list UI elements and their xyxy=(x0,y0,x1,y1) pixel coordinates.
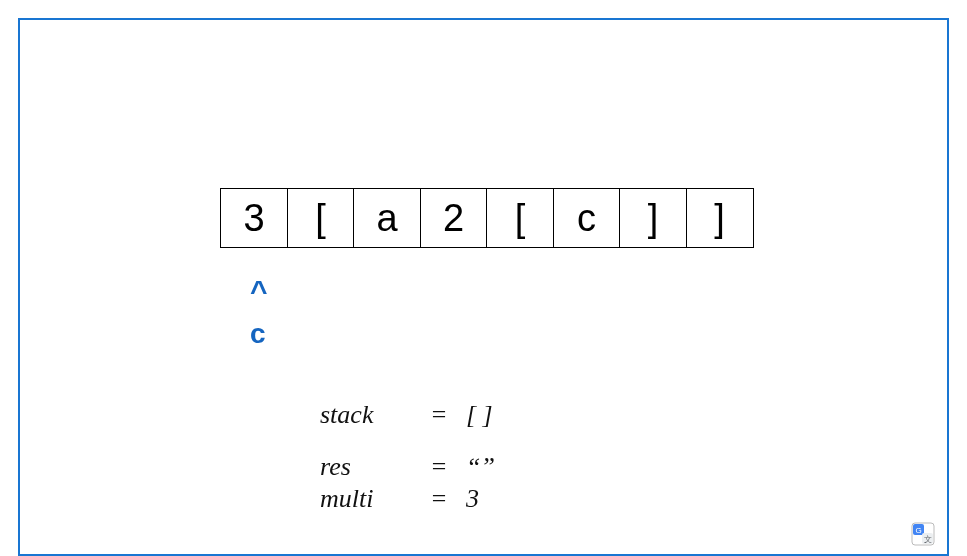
var-val-stack: [ ] xyxy=(466,400,493,430)
variables-block: stack = [ ] res = “” multi = 3 xyxy=(320,400,495,518)
var-val-multi: 3 xyxy=(466,484,479,514)
var-name-stack: stack xyxy=(320,400,430,430)
svg-text:G: G xyxy=(915,526,921,535)
cell-2: a xyxy=(353,188,421,248)
diagram-content: 3 [ a 2 [ c ] ] ^ c stack = [ ] res = “”… xyxy=(20,20,947,554)
var-row-res: res = “” xyxy=(320,452,495,482)
cell-4: [ xyxy=(486,188,554,248)
input-cells: 3 [ a 2 [ c ] ] xyxy=(220,188,754,248)
cell-5: c xyxy=(553,188,621,248)
var-name-multi: multi xyxy=(320,484,430,514)
cell-1: [ xyxy=(287,188,355,248)
var-val-res: “” xyxy=(466,452,495,482)
pointer-caret: ^ xyxy=(250,274,268,308)
diagram-frame: 3 [ a 2 [ c ] ] ^ c stack = [ ] res = “”… xyxy=(18,18,949,556)
var-eq-multi: = xyxy=(430,484,466,514)
cell-0: 3 xyxy=(220,188,288,248)
var-eq-res: = xyxy=(430,452,466,482)
svg-text:文: 文 xyxy=(924,535,932,544)
var-row-stack: stack = [ ] xyxy=(320,400,495,430)
google-translate-icon[interactable]: G 文 xyxy=(911,522,935,546)
var-row-multi: multi = 3 xyxy=(320,484,495,514)
var-eq-stack: = xyxy=(430,400,466,430)
cell-7: ] xyxy=(686,188,754,248)
cell-3: 2 xyxy=(420,188,488,248)
var-name-res: res xyxy=(320,452,430,482)
pointer-label: c xyxy=(250,318,266,350)
cell-6: ] xyxy=(619,188,687,248)
